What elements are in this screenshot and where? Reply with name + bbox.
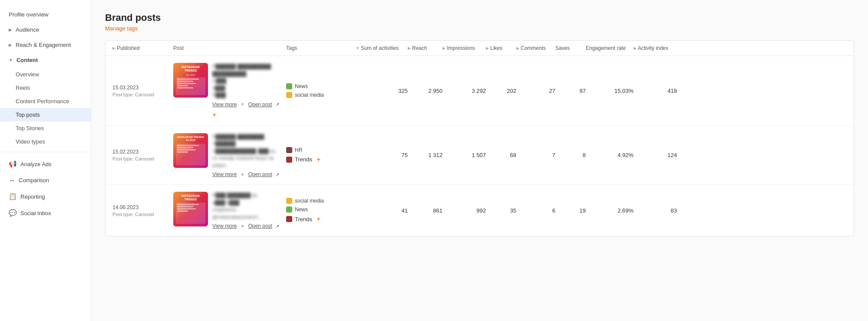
add-tag-button[interactable]: + (317, 156, 320, 164)
add-tag-button[interactable]: + (317, 215, 320, 223)
engagement-rate-cell: 15.03% (586, 88, 634, 94)
chevron-down-icon: ▼ (9, 58, 13, 62)
th-impressions[interactable]: ▶ Impressions (442, 45, 486, 51)
post-actions: View more ▼ Open post ↗ (212, 223, 286, 229)
tag-item: News (286, 83, 356, 89)
reach-cell: 1 312 (408, 152, 442, 158)
sidebar: Profile overview ▶ Audience ▶ Reach & En… (0, 0, 91, 321)
sidebar-sub-reels[interactable]: Reels (0, 81, 91, 95)
tag-row: Trends + (286, 215, 356, 223)
sidebar-item-comparison[interactable]: ↔ Comparison (0, 172, 91, 188)
post-thumbnail: INSTAGRAM TRENDS 01.2023 (173, 133, 208, 168)
date-cell: 14.06.2023 Post type: Carousel (112, 204, 173, 217)
sidebar-sub-overview[interactable]: Overview (0, 68, 91, 81)
sum-activities-cell: 75 (356, 152, 408, 158)
comments-cell: 7 (516, 152, 555, 158)
chevron-right-icon: ▶ (9, 27, 12, 32)
sidebar-item-audience[interactable]: ▶ Audience (0, 22, 91, 37)
open-post-link[interactable]: Open post (248, 171, 272, 177)
th-reach[interactable]: ▶ Reach (408, 45, 442, 51)
impressions-cell: 1 507 (442, 152, 486, 158)
th-activity-index[interactable]: ▶ Activity index (634, 45, 677, 51)
impressions-cell: 992 (442, 207, 486, 214)
tag-item: News (286, 206, 356, 213)
sidebar-sub-label: Reels (16, 85, 30, 91)
date-value: 14.06.2023 (112, 204, 173, 210)
tag-label: Trends (295, 156, 312, 163)
tags-cell: social media News Trends + (286, 198, 356, 223)
sidebar-sub-top-stories[interactable]: Top Stories (0, 121, 91, 135)
activity-index-cell: 124 (634, 152, 677, 158)
sum-activities-cell: 325 (356, 88, 408, 94)
tag-label: HR (295, 147, 302, 153)
tag-item: social media (286, 198, 356, 204)
th-likes[interactable]: ▶ Likes (486, 45, 516, 51)
chevron-right-icon: ▶ (9, 43, 12, 47)
sidebar-item-content[interactable]: ▼ Content (0, 52, 91, 68)
likes-cell: 68 (486, 152, 516, 158)
sort-icon: ▶ (442, 46, 446, 50)
likes-cell: 35 (486, 207, 516, 214)
add-tag-button[interactable]: + (212, 111, 216, 119)
post-text: P██████ ██████████ ██████████,ty███#███P… (212, 63, 286, 99)
sort-icon: ▶ (408, 46, 411, 50)
tag-color-dot (286, 83, 292, 89)
post-type-value: Post type: Carousel (112, 92, 173, 97)
impressions-cell: 3 292 (442, 88, 486, 94)
external-link-icon: ↗ (276, 102, 279, 107)
post-cell: INSTAGRAM TRENDS 01.2023 P██████ ███████… (173, 133, 286, 178)
post-thumbnail: INSTAGRAMTRENDS July 2023 (173, 63, 208, 98)
view-more-link[interactable]: View more (212, 171, 237, 177)
tag-label: social media (295, 198, 324, 204)
sidebar-sub-label: Overview (16, 71, 39, 78)
sidebar-sub-content-performance[interactable]: Content Performance (0, 95, 91, 108)
sidebar-item-analyze-ads[interactable]: 📢 Analyze Ads (0, 156, 91, 172)
sort-icon: ▶ (486, 46, 489, 50)
sidebar-item-label: Reach & Engagement (16, 42, 71, 48)
page-title: Brand posts (105, 12, 854, 23)
tag-label: Trends (295, 216, 312, 223)
sidebar-sub-top-posts[interactable]: Top posts (0, 108, 91, 121)
table-row: 15.03.2023 Post type: Carousel INSTAGRAM… (106, 56, 854, 126)
tag-row: Trends + (286, 156, 356, 164)
tag-item: social media (286, 92, 356, 98)
manage-tags-link[interactable]: Manage tags (105, 25, 138, 32)
sidebar-item-reporting[interactable]: 📋 Reporting (0, 188, 91, 205)
sort-icon: ▶ (634, 46, 637, 50)
sidebar-item-reach-engagement[interactable]: ▶ Reach & Engagement (0, 37, 91, 52)
analyze-ads-icon: 📢 (9, 160, 17, 168)
th-post: Post (173, 45, 286, 51)
tag-item: HR (286, 147, 356, 153)
activity-index-cell: 418 (634, 88, 677, 94)
post-thumbnail: INSTAGRAMTRENDS (173, 192, 208, 226)
tag-color-dot (286, 157, 292, 163)
sidebar-item-label: Profile overview (9, 11, 49, 18)
sidebar-item-label: Content (17, 57, 38, 63)
sidebar-item-profile-overview[interactable]: Profile overview (0, 7, 91, 22)
sidebar-sub-label: Top posts (16, 111, 40, 118)
tag-color-dot (286, 198, 292, 204)
th-published[interactable]: ▶ Published (112, 45, 173, 51)
th-sum-activities[interactable]: ▼ Sum of activities (356, 45, 408, 51)
tag-label: News (295, 206, 308, 213)
external-link-icon: ↗ (276, 224, 279, 229)
thumbnail-image: INSTAGRAMTRENDS July 2023 (173, 63, 208, 98)
reach-cell: 2 950 (408, 88, 442, 94)
sidebar-category-label: Analyze Ads (20, 161, 52, 167)
sidebar-item-social-inbox[interactable]: 💬 Social Inbox (0, 205, 91, 221)
th-comments[interactable]: ▶ Comments (516, 45, 555, 51)
open-post-link[interactable]: Open post (248, 223, 272, 229)
sidebar-divider (0, 152, 91, 152)
post-actions: View more ▼ Open post ↗ (212, 171, 286, 177)
view-more-link[interactable]: View more (212, 223, 237, 229)
view-more-link[interactable]: View more (212, 102, 237, 108)
tag-color-dot (286, 216, 292, 222)
sidebar-sub-video-types[interactable]: Video types (0, 135, 91, 148)
engagement-rate-cell: 4.92% (586, 152, 634, 158)
external-link-icon: ↗ (276, 172, 279, 177)
open-post-link[interactable]: Open post (248, 102, 272, 108)
thumbnail-image: INSTAGRAMTRENDS (173, 192, 208, 226)
post-text: P██████ ████████ T██████V████████████ i█… (212, 133, 286, 169)
table-row: 14.06.2023 Post type: Carousel INSTAGRAM… (106, 185, 854, 236)
sort-icon: ▶ (516, 46, 519, 50)
